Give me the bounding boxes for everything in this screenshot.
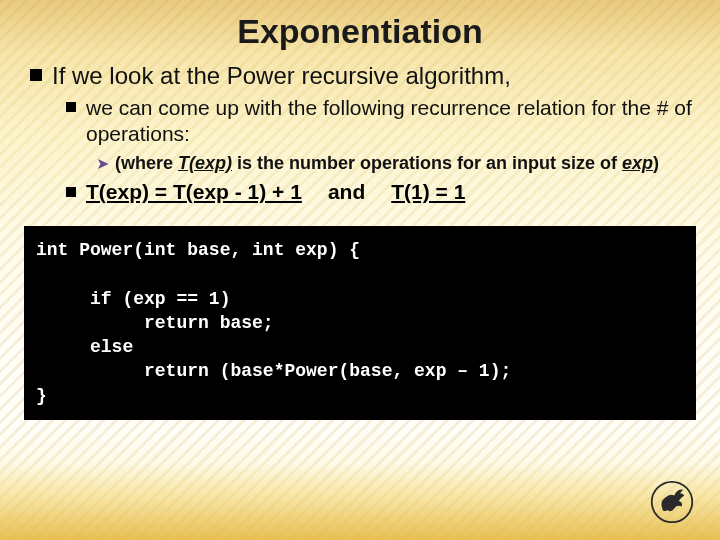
l3-texp: T(exp) (178, 153, 232, 173)
l3-exp: exp (622, 153, 653, 173)
bullet-square-icon (66, 102, 76, 112)
bullet-l2-text: we can come up with the following recurr… (86, 95, 696, 148)
recur-left: T(exp) = T(exp - 1) + 1 (86, 180, 302, 203)
bullet-square-icon (66, 187, 76, 197)
l3-post: ) (653, 153, 659, 173)
l3-pre: (where (115, 153, 178, 173)
l3-mid: is the number operations for an input si… (232, 153, 622, 173)
recur-right: T(1) = 1 (391, 180, 465, 203)
arrow-right-icon: ➤ (96, 154, 109, 173)
bullet-l1-text: If we look at the Power recursive algori… (52, 61, 511, 91)
slide-title: Exponentiation (24, 12, 696, 51)
bullet-square-icon (30, 69, 42, 81)
background-bottom-fade (0, 430, 720, 540)
recur-and: and (302, 180, 391, 204)
bullet-l3-text: (where T(exp) is the number operations f… (115, 152, 659, 175)
recurrence-line: T(exp) = T(exp - 1) + 1andT(1) = 1 (86, 180, 465, 204)
bullet-list: If we look at the Power recursive algori… (24, 61, 696, 204)
slide-content: Exponentiation If we look at the Power r… (0, 0, 720, 420)
pegasus-logo-icon (650, 480, 694, 524)
code-block: int Power(int base, int exp) { if (exp =… (24, 226, 696, 420)
